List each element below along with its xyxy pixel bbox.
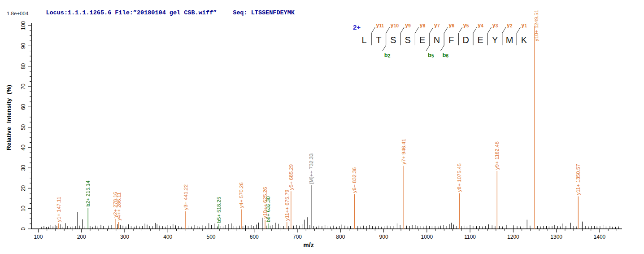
x-tick-label: 1200 xyxy=(507,234,519,240)
y-ion-label: y1 xyxy=(521,22,527,28)
spectrum-viewer: Locus:1.1.1.1265.6 File:”20180104_gel_CS… xyxy=(0,0,644,254)
x-tick-label: 100 xyxy=(34,234,43,240)
fragment-peak-label: y1+ 147.11 xyxy=(56,197,61,222)
y-ion-label: y7 xyxy=(434,22,440,28)
fragment-peak-label: [M]++ 732.33 xyxy=(309,153,314,184)
y-tick-label: 10 xyxy=(20,206,26,212)
x-tick-label: 300 xyxy=(120,234,129,240)
peptide-layer: LTSSENFDEYMKy11y10b2y9y8y7b5y6b6y5y4y3y2… xyxy=(361,22,527,58)
b-ion-tick xyxy=(440,45,444,51)
y-tick-label: 80 xyxy=(20,63,26,70)
residue-letter: Y xyxy=(492,35,498,45)
y-tick-label: 20 xyxy=(20,185,26,191)
x-tick-label: 400 xyxy=(163,234,172,240)
residue-letter: L xyxy=(361,35,366,45)
x-tick-label: 700 xyxy=(293,234,302,240)
y-ion-tick xyxy=(415,27,418,33)
x-tick-label: 1400 xyxy=(594,234,606,240)
y-ion-label: y11 xyxy=(376,22,384,28)
y-ion-tick xyxy=(430,27,433,33)
residue-letter: E xyxy=(478,35,483,45)
fragment-peak-label: y5+ 685.29 xyxy=(288,164,294,190)
residue-letter: E xyxy=(419,35,425,45)
y-tick-label: 60 xyxy=(20,104,26,110)
y-ion-tick xyxy=(517,27,520,33)
fragment-peak-label: y10+ 1249.51 xyxy=(534,10,539,41)
x-tick-label: 1000 xyxy=(421,234,433,240)
fragment-peak-label: b5+ 518.25 xyxy=(216,197,222,223)
b-ion-tick xyxy=(426,45,430,51)
y-ion-label: y8 xyxy=(419,22,425,28)
residue-letter: D xyxy=(463,35,469,45)
x-tick-label: 1100 xyxy=(464,234,476,240)
x-tick-label: 600 xyxy=(250,234,259,240)
y-ion-label: y4 xyxy=(478,22,483,28)
y-ion-label: y3 xyxy=(492,22,498,28)
fragment-peak-label: y11++ 675.79 xyxy=(284,190,290,221)
fragment-peak-label: y8+ 1075.45 xyxy=(457,163,462,192)
b-ion-label: b2 xyxy=(384,52,391,58)
y-ion-label: y6 xyxy=(448,22,454,28)
y-axis-title: Relative Intensity (%) xyxy=(5,85,12,150)
fragment-peak-label: y4+ 570.26 xyxy=(239,182,244,208)
fragment-peak-label: b6+ 632.30 xyxy=(265,196,271,222)
y-ion-tick xyxy=(502,27,506,33)
fragment-peak-label: y3+ 441.22 xyxy=(183,184,188,210)
y-tick-label: 100 xyxy=(20,21,26,30)
x-tick-label: 1300 xyxy=(550,234,562,240)
residue-letter: K xyxy=(521,35,527,45)
y-ion-label: y10 xyxy=(391,22,399,28)
y-ion-tick xyxy=(371,27,375,33)
y-ion-tick xyxy=(459,27,462,33)
fragment-peak-label: y9+ 1162.48 xyxy=(494,141,500,170)
x-axis-title: m/z xyxy=(303,241,313,249)
x-tick-label: 900 xyxy=(379,234,388,240)
y-ion-tick xyxy=(473,27,477,33)
residue-letter: F xyxy=(448,35,454,45)
y-tick-label: 50 xyxy=(20,124,26,131)
precursor-charge-label: 2+ xyxy=(353,23,361,31)
y-ion-label: y5 xyxy=(463,22,469,28)
spectrum-plot: 0102030405060708090100100200300400500600… xyxy=(0,0,644,254)
noise-layer xyxy=(41,212,618,229)
y-tick-label: 40 xyxy=(20,145,26,151)
y-ion-tick xyxy=(386,27,390,33)
residue-letter: S xyxy=(405,35,411,45)
fragment-peak-label: y11+ 1350.57 xyxy=(575,164,581,195)
y-ion-label: y9 xyxy=(405,22,411,28)
fragment-peak-label: b2+ 215.14 xyxy=(85,180,91,206)
residue-letter: S xyxy=(390,35,396,45)
fragment-peak-label: y6+ 832.36 xyxy=(352,167,357,193)
fragment-peak-label: y4++ 286.11 xyxy=(116,193,122,221)
b-ion-label: b6 xyxy=(442,52,448,58)
x-tick-label: 200 xyxy=(77,234,86,240)
x-tick-label: 800 xyxy=(336,234,345,240)
fragment-peak-label: y7+ 946.41 xyxy=(401,139,406,164)
residue-letter: N xyxy=(434,35,440,45)
x-tick-label: 500 xyxy=(206,234,215,240)
y-ion-tick xyxy=(487,27,491,33)
y-tick-label: 30 xyxy=(20,165,26,171)
y-tick-label: 90 xyxy=(20,43,26,49)
y-ion-tick xyxy=(400,27,404,33)
y-ion-tick xyxy=(444,27,448,33)
y-tick-label: 70 xyxy=(20,83,26,90)
axes-layer: 0102030405060708090100100200300400500600… xyxy=(20,21,622,240)
residue-letter: T xyxy=(376,35,381,45)
y-tick-label: 0 xyxy=(20,227,26,230)
b-ion-tick xyxy=(383,45,386,51)
residue-letter: M xyxy=(506,35,513,45)
b-ion-label: b5 xyxy=(428,52,434,58)
y-ion-label: y2 xyxy=(507,22,513,28)
